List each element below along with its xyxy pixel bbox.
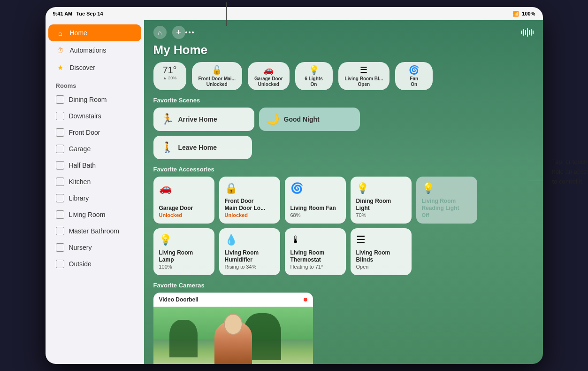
annotation-line-right: [529, 181, 543, 181]
scene-arrive-home[interactable]: 🏃 Arrive Home: [153, 108, 254, 131]
strip-fan[interactable]: 🌀 FanOn: [395, 62, 433, 90]
annotation-right: Tap, or touch andhold an accessoryto con…: [552, 157, 588, 186]
acc-thermostat[interactable]: 🌡 Living Room Thermostat Heating to 71°: [285, 228, 346, 275]
sidebar-item-library[interactable]: Library: [48, 190, 141, 206]
sidebar-item-living-room[interactable]: Living Room: [48, 207, 141, 223]
front-door-icon: 🔒: [225, 182, 275, 194]
room-label-master-bathroom: Master Bathroom: [69, 227, 119, 235]
arrive-home-label: Arrive Home: [178, 116, 217, 123]
strip-blinds[interactable]: ☰ Living Room Bl...Open: [338, 62, 390, 90]
rooms-header: Rooms: [46, 77, 144, 91]
scene-leave-home[interactable]: 🚶 Leave Home: [153, 136, 252, 159]
sidebar-item-discover[interactable]: ★ Discover: [48, 59, 141, 76]
strip-front-door[interactable]: 🔓 Front Door Mai...Unlocked: [192, 62, 242, 90]
garage-door-status: Unlocked: [159, 212, 209, 218]
sidebar-item-nursery[interactable]: Nursery: [48, 240, 141, 255]
ipad-frame: 9:41 AM Tue Sep 14 📶 100% ⌂ Home ⏱ Autom…: [46, 7, 543, 364]
sidebar-item-front-door[interactable]: Front Door: [48, 124, 141, 140]
sidebar-item-kitchen[interactable]: Kitchen: [48, 174, 141, 190]
room-label-outside: Outside: [69, 260, 92, 268]
strip-lights[interactable]: 💡 6 LightsOn: [295, 62, 333, 90]
accessories-grid: 🚗 Garage Door Unlocked 🔒 Front DoorMain …: [153, 177, 534, 275]
leave-home-label: Leave Home: [178, 144, 217, 151]
room-icon-library: [56, 194, 64, 202]
acc-blinds[interactable]: ☰ Living Room Blinds Open: [351, 228, 412, 275]
room-icon-outside: [56, 260, 64, 268]
acc-reading-light[interactable]: 💡 Living RoomReading Light Off: [416, 177, 477, 224]
leave-home-icon: 🚶: [161, 141, 174, 154]
room-icon-garage: [56, 145, 64, 153]
lights-strip-icon: 💡: [309, 65, 319, 75]
living-room-lamp-icon: 💡: [159, 234, 209, 246]
thermostat-name: Living Room Thermostat: [290, 249, 340, 264]
blinds-strip-icon: ☰: [360, 65, 367, 75]
acc-living-room-fan[interactable]: 🌀 Living Room Fan 68%: [285, 177, 346, 224]
scene-good-night[interactable]: 🌙 Good Night: [259, 108, 360, 131]
thermostat-status: Heating to 71°: [290, 264, 340, 270]
temp-sub: ▲ 20%: [163, 76, 176, 80]
accessory-strip: 71° ▲ 20% 🔓 Front Door Mai...Unlocked 🚗 …: [153, 62, 534, 90]
battery: 100%: [522, 11, 535, 16]
living-room-lamp-name: Living Room Lamp: [159, 249, 209, 264]
garage-door-name: Garage Door: [159, 205, 209, 212]
sidebar-home-label: Home: [70, 29, 87, 37]
blinds-status: Open: [356, 264, 406, 270]
acc-living-room-lamp[interactable]: 💡 Living Room Lamp 100%: [153, 228, 214, 275]
strip-garage-door[interactable]: 🚗 Garage DoorUnlocked: [248, 62, 290, 90]
sidebar-item-outside[interactable]: Outside: [48, 256, 141, 272]
room-label-living-room: Living Room: [69, 211, 106, 218]
sidebar-item-downstairs[interactable]: Downstairs: [48, 108, 141, 124]
more-menu[interactable]: [185, 31, 194, 33]
room-icon-living-room: [56, 210, 64, 219]
home-settings-button[interactable]: ⌂: [153, 26, 167, 39]
sidebar-item-automations[interactable]: ⏱ Automations: [48, 42, 141, 59]
acc-garage-door[interactable]: 🚗 Garage Door Unlocked: [153, 177, 214, 224]
room-label-downstairs: Downstairs: [69, 112, 101, 120]
automations-icon: ⏱: [56, 46, 65, 55]
acc-dining-room-light[interactable]: 💡 Dining Room Light 70%: [351, 177, 412, 224]
living-room-fan-name: Living Room Fan: [290, 205, 340, 212]
add-button[interactable]: +: [172, 26, 185, 39]
reading-light-icon: 💡: [422, 182, 472, 194]
dining-room-light-name: Dining Room Light: [356, 198, 406, 212]
home-icon: ⌂: [56, 28, 65, 38]
dining-room-light-icon: 💡: [356, 182, 406, 194]
good-night-label: Good Night: [284, 116, 320, 123]
garage-door-icon: 🚗: [159, 182, 209, 194]
camera-card-doorbell[interactable]: Video Doorbell: [153, 293, 313, 364]
garage-strip-icon: 🚗: [263, 65, 274, 75]
sidebar-item-half-bath[interactable]: Half Bath: [48, 157, 141, 173]
reading-light-status: Off: [422, 212, 472, 218]
sidebar-item-home[interactable]: ⌂ Home: [48, 24, 141, 41]
garage-strip-label: Garage DoorUnlocked: [254, 76, 283, 87]
camera-header: Video Doorbell: [153, 293, 313, 307]
room-icon-front-door: [56, 128, 64, 137]
dining-room-light-status: 70%: [356, 212, 406, 218]
sidebar-item-master-bathroom[interactable]: Master Bathroom: [48, 223, 141, 239]
room-label-kitchen: Kitchen: [69, 178, 91, 186]
cameras-section-label: Favorite Cameras: [153, 282, 534, 289]
humidifier-status: Rising to 34%: [225, 264, 275, 270]
siri-button[interactable]: [521, 28, 534, 37]
acc-humidifier[interactable]: 💧 Living Room Humidifier Rising to 34%: [219, 228, 280, 275]
living-room-lamp-status: 100%: [159, 264, 209, 270]
annotation-line-top: [226, 2, 227, 26]
room-label-nursery: Nursery: [69, 244, 92, 251]
camera-preview: [153, 307, 313, 364]
sidebar-item-dining-room[interactable]: Dining Room: [48, 92, 141, 108]
date: Tue Sep 14: [76, 11, 103, 16]
room-label-half-bath: Half Bath: [69, 162, 96, 169]
accessories-section-label: Favorite Accessories: [153, 166, 534, 173]
reading-light-name: Living RoomReading Light: [422, 198, 472, 212]
humidifier-name: Living Room Humidifier: [225, 249, 275, 264]
living-room-fan-icon: 🌀: [290, 182, 340, 194]
room-label-dining: Dining Room: [69, 96, 107, 103]
room-label-front-door: Front Door: [69, 129, 100, 136]
sidebar-discover-label: Discover: [70, 64, 95, 71]
acc-front-door[interactable]: 🔒 Front DoorMain Door Lo... Unlocked: [219, 177, 280, 224]
room-label-garage: Garage: [69, 145, 91, 153]
temp-chip[interactable]: 71° ▲ 20%: [153, 62, 186, 90]
sidebar-item-garage[interactable]: Garage: [48, 141, 141, 157]
room-icon-master-bathroom: [56, 227, 64, 235]
room-icon-downstairs: [56, 112, 64, 120]
